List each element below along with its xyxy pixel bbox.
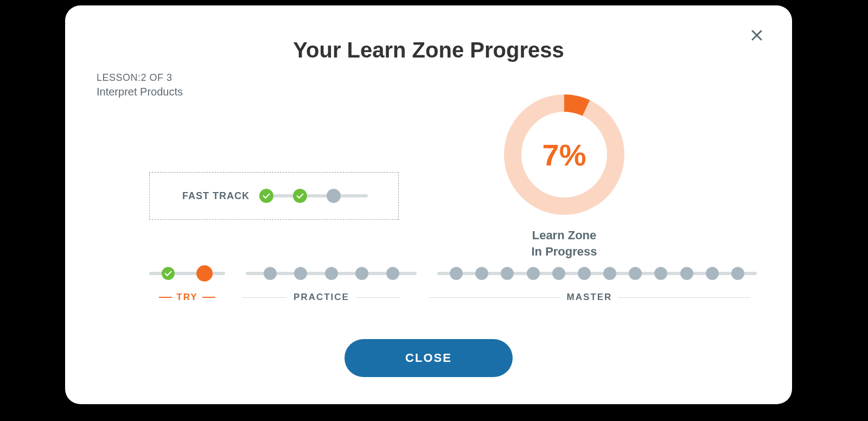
- segment-practice: [246, 263, 417, 284]
- progress-dot: [706, 267, 719, 280]
- progress-donut-label: Learn Zone In Progress: [494, 227, 635, 259]
- progress-dot: [578, 267, 591, 280]
- progress-dot: [603, 267, 616, 280]
- progress-dot: [327, 189, 341, 203]
- progress-dot: [325, 267, 338, 280]
- progress-dot: [162, 267, 175, 280]
- progress-dot: [355, 267, 368, 280]
- divider: [242, 297, 287, 298]
- progress-percent: 7%: [499, 90, 629, 220]
- fast-track-track: [259, 189, 368, 202]
- label-practice-text: PRACTICE: [293, 292, 349, 303]
- progress-dot: [501, 267, 514, 280]
- divider: [356, 297, 400, 298]
- dash-icon: [159, 297, 172, 298]
- progress-dot: [264, 267, 277, 280]
- progress-dot: [527, 267, 540, 280]
- close-icon[interactable]: [749, 27, 765, 43]
- segment-line: [149, 272, 225, 275]
- progress-modal: Your Learn Zone Progress LESSON:2 OF 3 I…: [65, 5, 792, 404]
- modal-title: Your Learn Zone Progress: [87, 38, 770, 62]
- label-master-text: MASTER: [567, 292, 612, 303]
- progress-donut-wrap: 7% Learn Zone In Progress: [494, 90, 635, 259]
- label-try: TRY: [149, 292, 225, 303]
- fast-track-panel: FAST TRACK: [149, 172, 399, 220]
- label-master: MASTER: [422, 292, 757, 303]
- donut-label-line1: Learn Zone: [494, 227, 635, 244]
- progress-donut: 7%: [499, 90, 629, 220]
- progress-dot: [259, 189, 273, 203]
- progress-dot: [294, 267, 307, 280]
- lesson-name: Interpret Products: [97, 86, 770, 98]
- progress-dot: [450, 267, 463, 280]
- close-button[interactable]: CLOSE: [344, 339, 513, 377]
- progress-dot: [629, 267, 642, 280]
- progress-row: [149, 263, 757, 284]
- dash-icon: [202, 297, 215, 298]
- divider: [618, 297, 750, 298]
- divider: [429, 297, 560, 298]
- progress-dot: [654, 267, 667, 280]
- fast-track-label: FAST TRACK: [182, 190, 250, 202]
- progress-dot: [293, 189, 307, 203]
- progress-dot: [552, 267, 565, 280]
- label-try-text: TRY: [176, 292, 197, 303]
- progress-dot: [475, 267, 488, 280]
- progress-dot: [196, 265, 213, 282]
- segment-labels: TRY PRACTICE MASTER: [149, 292, 757, 303]
- lesson-info: LESSON:2 OF 3 Interpret Products: [97, 72, 770, 98]
- label-practice: PRACTICE: [236, 292, 407, 303]
- lesson-count: LESSON:2 OF 3: [97, 72, 770, 84]
- progress-dot: [386, 267, 399, 280]
- progress-dot: [680, 267, 693, 280]
- segment-try: [149, 263, 225, 284]
- progress-dot: [731, 267, 744, 280]
- donut-label-line2: In Progress: [494, 244, 635, 260]
- segment-master: [437, 263, 757, 284]
